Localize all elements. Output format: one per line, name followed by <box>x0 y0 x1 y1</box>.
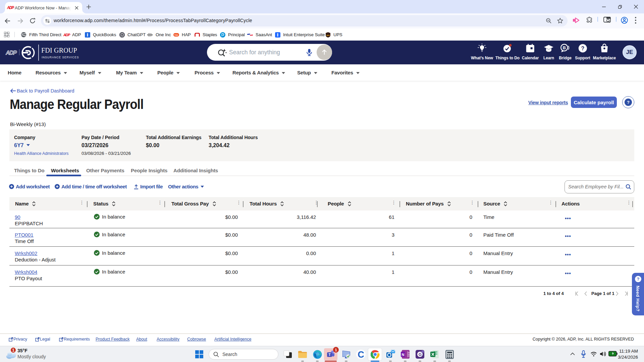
svg-text:N: N <box>402 353 405 357</box>
svg-text:T: T <box>328 353 330 357</box>
svg-text:C: C <box>358 350 364 360</box>
svg-text:G: G <box>419 352 422 357</box>
